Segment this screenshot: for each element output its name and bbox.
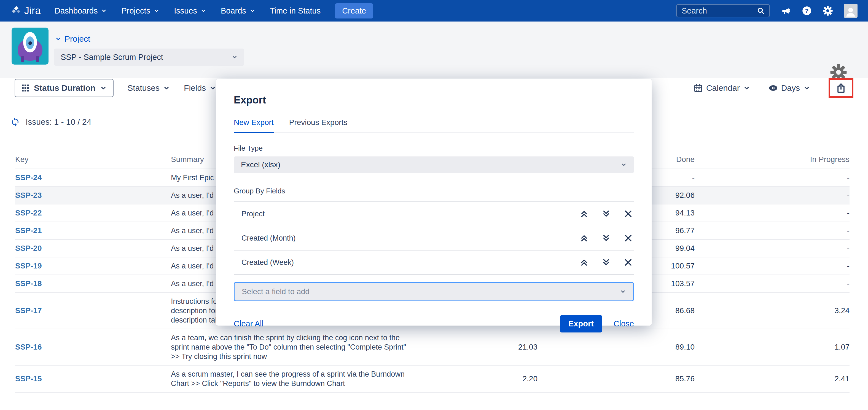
cell-in-progress: -: [694, 244, 849, 253]
issue-key-link[interactable]: SSP-16: [15, 343, 171, 352]
calendar-icon: [693, 83, 703, 93]
issue-key-link[interactable]: SSP-19: [15, 262, 171, 270]
days-dropdown[interactable]: Days: [769, 83, 810, 93]
search-icon[interactable]: [757, 7, 765, 15]
move-down-icon[interactable]: [601, 209, 611, 218]
issue-key-link[interactable]: SSP-15: [15, 374, 171, 383]
table-row: SSP-15 As a scrum master, I can see the …: [15, 365, 849, 392]
issue-key-link[interactable]: SSP-17: [15, 306, 171, 315]
file-type-select[interactable]: Excel (xlsx): [234, 156, 634, 173]
tab-previous-exports[interactable]: Previous Exports: [289, 118, 348, 133]
move-up-icon[interactable]: [580, 209, 589, 218]
chevron-down-icon: [55, 36, 61, 42]
statuses-dropdown[interactable]: Statuses: [127, 83, 170, 93]
chevron-down-icon: [101, 8, 107, 14]
chevron-down-icon: [200, 8, 207, 14]
column-header-in-progress[interactable]: In Progress: [694, 155, 849, 164]
settings-gear-icon[interactable]: [830, 64, 847, 81]
grid-icon: [21, 84, 30, 92]
issue-key-link[interactable]: SSP-23: [15, 191, 171, 200]
user-avatar[interactable]: [844, 4, 858, 18]
create-button[interactable]: Create: [335, 3, 373, 19]
nav-item-label: Projects: [121, 6, 150, 16]
jira-logo-icon: [10, 5, 22, 17]
group-field-name: Project: [242, 210, 265, 218]
status-duration-label: Status Duration: [34, 83, 95, 93]
cell-in-progress: -: [694, 173, 849, 182]
issue-key-link[interactable]: SSP-20: [15, 244, 171, 253]
move-up-icon[interactable]: [580, 258, 589, 267]
move-down-icon[interactable]: [601, 258, 611, 267]
chevron-down-icon: [163, 84, 170, 92]
modal-tabs: New Export Previous Exports: [234, 118, 634, 133]
nav-item-label: Time in Status: [270, 6, 320, 16]
nav-item-projects[interactable]: Projects: [121, 6, 160, 16]
issue-key-link[interactable]: SSP-18: [15, 279, 171, 288]
chevron-down-icon: [100, 84, 107, 92]
export-icon: [835, 83, 846, 93]
help-icon[interactable]: ?: [802, 6, 812, 16]
group-by-fields-label: Group By Fields: [234, 187, 634, 195]
chevron-down-icon: [209, 84, 216, 92]
megaphone-icon[interactable]: [781, 6, 791, 16]
project-header: Project SSP - Sample Scrum Project: [0, 22, 868, 79]
add-field-select[interactable]: Select a field to add: [234, 282, 634, 301]
person-icon: [844, 5, 857, 18]
statuses-label: Statuses: [127, 83, 160, 93]
file-type-value: Excel (xlsx): [241, 160, 280, 169]
status-duration-button[interactable]: Status Duration: [14, 79, 114, 97]
cell-in-progress: -: [694, 262, 849, 270]
move-up-icon[interactable]: [580, 233, 589, 243]
export-submit-button[interactable]: Export: [560, 315, 602, 332]
chevron-down-icon: [743, 84, 750, 92]
remove-icon[interactable]: [623, 233, 633, 243]
nav-item-dashboards[interactable]: Dashboards: [55, 6, 107, 16]
issues-bar: Issues: 1 - 10 / 24: [10, 117, 91, 127]
group-field-row: Project: [234, 202, 634, 226]
nav-item-time-in-status[interactable]: Time in Status: [270, 6, 320, 16]
group-field-actions: [580, 209, 634, 218]
jira-logo[interactable]: Jira: [10, 5, 41, 17]
cell-in-progress: -: [694, 226, 849, 235]
tab-new-export[interactable]: New Export: [234, 118, 274, 133]
modal-title: Export: [234, 94, 634, 106]
group-field-row: Created (Week): [234, 251, 634, 275]
group-field-name: Created (Month): [242, 234, 296, 242]
remove-icon[interactable]: [623, 258, 633, 267]
column-header-key[interactable]: Key: [15, 155, 171, 164]
cell-in-progress: 2.41: [694, 374, 849, 383]
nav-right: ?: [676, 4, 858, 18]
search-box[interactable]: [676, 4, 770, 18]
nav-item-boards[interactable]: Boards: [221, 6, 255, 16]
issue-key-link[interactable]: SSP-21: [15, 226, 171, 235]
add-field-placeholder: Select a field to add: [242, 287, 310, 296]
project-avatar: [11, 28, 49, 64]
chevron-down-icon: [620, 289, 626, 295]
clear-all-link[interactable]: Clear All: [234, 319, 264, 328]
nav-item-issues[interactable]: Issues: [174, 6, 207, 16]
group-field-row: Created (Month): [234, 226, 634, 251]
eye-icon: [769, 83, 778, 93]
gear-icon[interactable]: [823, 6, 833, 16]
chevron-down-icon: [154, 8, 160, 14]
group-field-name: Created (Week): [242, 258, 294, 267]
close-link[interactable]: Close: [614, 319, 634, 328]
chevron-down-icon: [231, 54, 238, 60]
top-nav: Jira Dashboards Projects Issues Boards T…: [0, 0, 868, 22]
issue-key-link[interactable]: SSP-24: [15, 173, 171, 182]
project-select[interactable]: SSP - Sample Scrum Project: [54, 49, 244, 66]
move-down-icon[interactable]: [601, 233, 611, 243]
project-breadcrumb[interactable]: Project: [55, 34, 90, 43]
issues-count-text: Issues: 1 - 10 / 24: [26, 117, 91, 127]
chevron-down-icon: [803, 84, 810, 92]
search-input[interactable]: [681, 6, 757, 16]
remove-icon[interactable]: [623, 209, 633, 218]
calendar-dropdown[interactable]: Calendar: [693, 83, 750, 93]
refresh-icon[interactable]: [10, 117, 20, 127]
calendar-label: Calendar: [706, 83, 740, 93]
cell-in-progress: -: [694, 279, 849, 288]
export-button-highlighted[interactable]: [829, 78, 854, 98]
issue-key-link[interactable]: SSP-22: [15, 209, 171, 217]
fields-dropdown[interactable]: Fields: [184, 83, 216, 93]
modal-footer: Clear All Export Close: [234, 315, 634, 332]
